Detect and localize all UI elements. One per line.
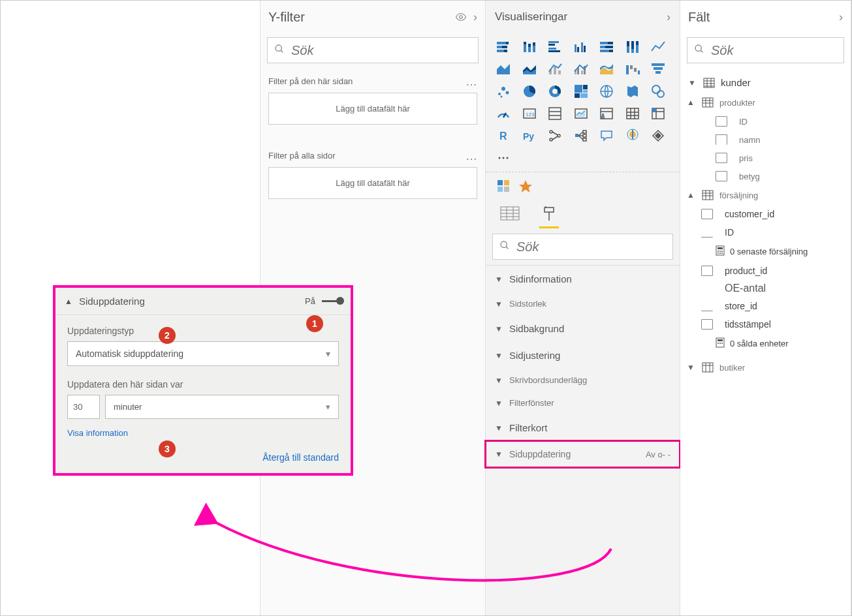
map-icon[interactable] <box>598 83 615 100</box>
interval-unit-select[interactable]: minuter ▾ <box>105 395 339 419</box>
kpi-icon[interactable] <box>573 105 590 122</box>
format-section-filter-card[interactable]: ▼Filterkort <box>486 414 680 441</box>
show-info-link[interactable]: Visa information <box>67 428 128 438</box>
annotation-badge-1: 1 <box>306 315 323 332</box>
field-produkter-id[interactable]: ID <box>687 112 844 131</box>
svg-point-106 <box>499 157 501 159</box>
format-tab[interactable] <box>539 206 559 228</box>
stacked-column-chart-icon[interactable] <box>521 38 538 55</box>
svg-rect-49 <box>652 63 665 66</box>
arcgis-icon[interactable] <box>624 127 641 144</box>
table-butiker[interactable]: ▼ butiker <box>687 358 844 377</box>
field-oe-antal[interactable]: OE-antal <box>687 280 844 297</box>
format-section-wallpaper[interactable]: ▼Skrivbordsunderlägg <box>486 369 680 392</box>
area-chart-icon[interactable] <box>495 61 512 78</box>
fields-tab[interactable] <box>500 206 520 228</box>
collapse-viz-icon[interactable]: › <box>667 10 671 24</box>
field-forsaljning-id[interactable]: ID <box>687 223 844 241</box>
table-kunder[interactable]: ▼ kunder <box>687 72 844 93</box>
field-tidsstampel[interactable]: tidsstämpel <box>687 315 844 333</box>
gauge-icon[interactable] <box>495 105 512 122</box>
clustered-bar-chart-icon[interactable] <box>546 38 563 55</box>
svg-rect-97 <box>583 134 586 137</box>
decomposition-tree-icon[interactable] <box>573 127 590 144</box>
refresh-type-select[interactable]: Automatisk siduppdatering ▾ <box>67 341 339 366</box>
format-section-page-align[interactable]: ▼Sidjustering <box>486 342 680 369</box>
svg-rect-21 <box>581 42 583 52</box>
slicer-icon[interactable] <box>598 105 615 122</box>
field-salda-enheter[interactable]: 0 sålda enheter <box>687 333 844 354</box>
reset-to-default-link[interactable]: Återgå till standard <box>55 443 351 473</box>
format-section-page-info[interactable]: ▼Sidinformation <box>486 266 680 292</box>
donut-chart-icon[interactable] <box>546 83 563 100</box>
svg-rect-12 <box>528 44 531 47</box>
qa-visual-icon[interactable] <box>598 127 615 144</box>
more-visuals-icon[interactable] <box>495 149 512 166</box>
pie-chart-icon[interactable] <box>521 83 538 100</box>
svg-rect-87 <box>652 108 656 112</box>
field-product-id[interactable]: product_id <box>687 262 844 280</box>
collapse-fields-icon[interactable]: › <box>839 10 843 24</box>
field-senaste-forsaljning[interactable]: 0 senaste försäljning <box>687 241 844 262</box>
svg-rect-95 <box>575 134 578 137</box>
format-section-page-size[interactable]: ▼Sidstorlek <box>486 292 680 315</box>
line-column-chart-icon[interactable] <box>546 61 563 78</box>
filter-all-dropzone[interactable]: Lägg till datafält här <box>268 167 477 199</box>
filters-search[interactable] <box>267 37 479 63</box>
line-chart-icon[interactable] <box>650 38 667 55</box>
filled-map-icon[interactable] <box>624 83 641 100</box>
svg-rect-152 <box>718 339 723 341</box>
shape-map-icon[interactable] <box>650 83 667 100</box>
filters-search-input[interactable] <box>291 43 471 58</box>
field-produkter-pris[interactable]: pris <box>687 149 844 167</box>
card-icon[interactable]: 123 <box>521 105 538 122</box>
table-produkter[interactable]: ▲ produkter <box>687 93 844 112</box>
hundred-stacked-bar-icon[interactable] <box>598 38 615 55</box>
powerapps-icon[interactable] <box>650 127 667 144</box>
svg-rect-17 <box>548 48 556 50</box>
multi-row-card-icon[interactable] <box>546 105 563 122</box>
line-clustered-column-icon[interactable] <box>573 61 590 78</box>
collapse-filters-icon[interactable]: › <box>473 10 477 24</box>
interval-value-input[interactable]: 30 <box>67 395 100 419</box>
svg-rect-120 <box>544 208 554 212</box>
format-section-filter-pane[interactable]: ▼Filterfönster <box>486 392 680 414</box>
format-search[interactable] <box>492 234 673 260</box>
table-icon[interactable] <box>624 105 641 122</box>
chevron-down-icon: ▾ <box>326 348 330 359</box>
fields-search[interactable] <box>687 37 844 63</box>
clustered-column-chart-icon[interactable] <box>573 38 590 55</box>
favorite-icon[interactable] <box>517 177 534 194</box>
field-store-id[interactable]: store_id <box>687 297 844 315</box>
key-influencers-icon[interactable] <box>546 127 563 144</box>
treemap-chart-icon[interactable] <box>573 83 590 100</box>
field-produkter-namn[interactable]: namn <box>687 131 844 149</box>
ribbon-chart-icon[interactable] <box>598 61 615 78</box>
svg-rect-47 <box>634 68 637 72</box>
fields-search-input[interactable] <box>711 43 837 58</box>
hundred-stacked-column-icon[interactable] <box>624 38 641 55</box>
field-customer-id[interactable]: customer_id <box>687 205 844 223</box>
matrix-icon[interactable] <box>650 105 667 122</box>
table-forsaljning[interactable]: ▲ försäljning <box>687 185 844 205</box>
python-visual-icon[interactable]: Py <box>521 127 538 144</box>
svg-rect-34 <box>636 41 639 45</box>
funnel-chart-icon[interactable] <box>650 61 667 78</box>
r-visual-icon[interactable]: R <box>495 127 512 144</box>
drill-icon[interactable] <box>495 177 512 194</box>
chevron-up-icon[interactable]: ▲ <box>65 297 72 306</box>
format-search-input[interactable] <box>516 239 666 254</box>
svg-rect-8 <box>504 50 507 52</box>
format-section-page-bg[interactable]: ▼Sidbakgrund <box>486 315 680 342</box>
eye-icon[interactable] <box>455 11 467 23</box>
svg-line-124 <box>506 247 508 249</box>
page-refresh-toggle[interactable] <box>322 300 341 302</box>
format-section-page-refresh[interactable]: ▼ Siduppdatering Av o- - <box>486 441 680 467</box>
stacked-bar-chart-icon[interactable] <box>495 38 512 55</box>
scatter-chart-icon[interactable] <box>495 83 512 100</box>
filter-page-dropzone[interactable]: Lägg till datafält här <box>268 93 477 125</box>
svg-point-148 <box>718 253 719 254</box>
field-produkter-betyg[interactable]: betyg <box>687 167 844 185</box>
stacked-area-chart-icon[interactable] <box>521 61 538 78</box>
waterfall-chart-icon[interactable] <box>624 61 641 78</box>
